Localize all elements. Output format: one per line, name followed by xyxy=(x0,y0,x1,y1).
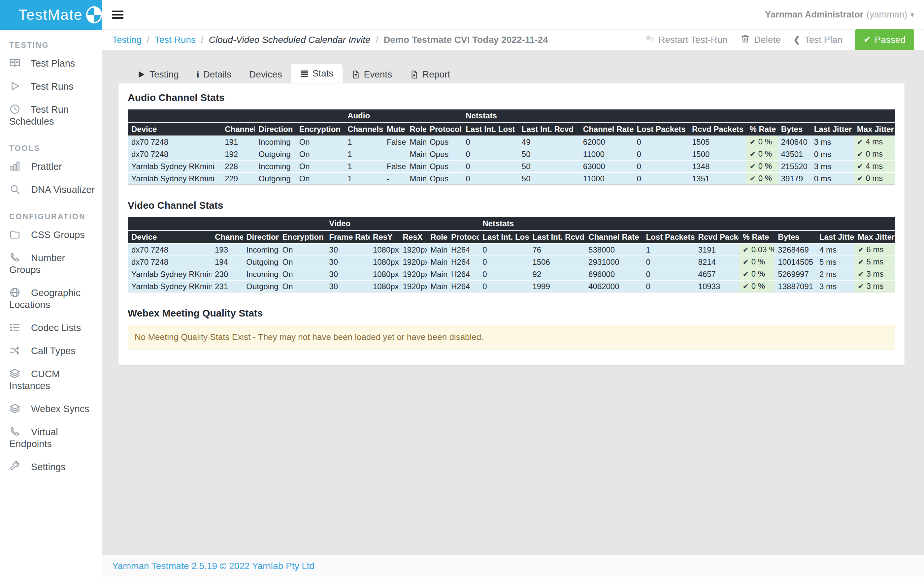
cell-jitter-ok: ✔5 ms xyxy=(855,256,895,268)
table-row: Yarnlab Sydney RKmini 230 Incoming On 30… xyxy=(128,268,895,280)
column-header: ResY xyxy=(370,230,400,244)
cell: 0 xyxy=(633,160,689,172)
cell: 0 xyxy=(643,280,695,292)
sidebar-item-label: CSS Groups xyxy=(31,229,85,240)
sidebar-item-number-groups[interactable]: Number Groups xyxy=(0,246,102,281)
passed-status-badge[interactable]: ✔ Passed xyxy=(855,29,914,51)
column-header: Direction xyxy=(255,122,296,136)
cell: 1500 xyxy=(689,148,746,160)
cell: 62000 xyxy=(580,136,633,148)
cell: H264 xyxy=(448,268,479,280)
sidebar-item-test-runs[interactable]: Test Runs xyxy=(0,75,102,98)
delete-button[interactable]: Delete xyxy=(740,34,781,46)
cell: 1 xyxy=(344,172,383,185)
cell: dx70 7248 xyxy=(128,148,222,160)
cell: 1505 xyxy=(689,136,746,148)
book-icon xyxy=(9,57,22,69)
column-header: Bytes xyxy=(774,230,816,244)
cell: dx70 7248 xyxy=(128,136,222,148)
test-plan-button[interactable]: ❮ Test Plan xyxy=(793,35,843,45)
test-plan-label: Test Plan xyxy=(804,35,843,45)
sidebar-item-label: Test Runs xyxy=(31,81,74,92)
check-icon: ✔ xyxy=(750,150,755,158)
column-header: Rcvd Packets xyxy=(689,122,746,136)
cell: Main xyxy=(427,243,448,256)
sidebar-item-test-run-schedules[interactable]: Test Run Schedules xyxy=(0,98,102,133)
cell: 1999 xyxy=(529,280,585,292)
breadcrumb-test-runs[interactable]: Test Runs xyxy=(155,35,196,45)
cell: 0 xyxy=(633,172,689,185)
sidebar-item-dna-visualizer[interactable]: DNA Visualizer xyxy=(0,178,102,201)
column-header: Frame Rate xyxy=(326,230,370,244)
cell: 1080px xyxy=(370,256,400,268)
cell: On xyxy=(279,256,326,268)
cell: 3 ms xyxy=(811,136,854,148)
sidebar-item-prattler[interactable]: Prattler xyxy=(0,155,102,178)
cell: 2 ms xyxy=(816,268,855,280)
cell: Main xyxy=(427,256,448,268)
tab-events[interactable]: Events xyxy=(342,66,401,83)
cell: 1 xyxy=(643,243,695,256)
cell: On xyxy=(296,160,344,172)
user-menu[interactable]: Yarnman Administrator (yarnman) ▾ xyxy=(765,10,914,20)
sidebar-item-geographic-locations[interactable]: Geographic Locations xyxy=(0,281,102,316)
cell: 39179 xyxy=(778,172,811,185)
cell: Yarnlab Sydney RKmini xyxy=(128,280,212,292)
sidebar-item-css-groups[interactable]: CSS Groups xyxy=(0,223,102,246)
cell: 228 xyxy=(221,160,255,172)
cell: 230 xyxy=(212,268,243,280)
check-icon: ✔ xyxy=(743,258,748,266)
check-icon: ✔ xyxy=(858,246,864,254)
tab-report[interactable]: Report xyxy=(401,66,459,83)
sidebar-item-settings[interactable]: Settings xyxy=(0,455,102,479)
cell-rate-ok: ✔0 % xyxy=(746,172,777,185)
check-icon: ✔ xyxy=(858,282,864,290)
column-header: Last Int. Rcvd xyxy=(519,122,580,136)
cell: 10933 xyxy=(695,280,740,292)
webex-stats-heading: Webex Meeting Quality Stats xyxy=(128,308,895,319)
brand-logo[interactable]: TestMate xyxy=(0,0,102,30)
tab-stats[interactable]: Stats xyxy=(291,64,342,83)
list-bars-icon xyxy=(300,69,309,78)
tab-devices[interactable]: Devices xyxy=(240,66,291,83)
tab-testing[interactable]: Testing xyxy=(128,66,188,83)
cell: 1920px xyxy=(400,280,427,292)
check-icon: ✔ xyxy=(743,270,748,278)
cell: dx70 7248 xyxy=(128,256,212,268)
layers-icon xyxy=(9,403,22,414)
breadcrumb-testing[interactable]: Testing xyxy=(112,35,142,45)
breadcrumb-separator: / xyxy=(376,35,378,45)
cell: 0 xyxy=(633,148,689,160)
sidebar-item-label: Codec Lists xyxy=(31,322,81,333)
cell-rate-ok: ✔0 % xyxy=(739,256,774,268)
sidebar-item-call-types[interactable]: Call Types xyxy=(0,339,102,363)
cell: 0 ms xyxy=(811,148,854,160)
cell: 10014505 xyxy=(774,256,816,268)
sidebar-item-cucm-instances[interactable]: CUCM Instances xyxy=(0,363,102,397)
cell: 3191 xyxy=(695,243,740,256)
sidebar-item-test-plans[interactable]: Test Plans xyxy=(0,52,102,75)
cell: 1920px xyxy=(400,243,427,256)
cell: Opus xyxy=(426,148,462,160)
video-stats-heading: Video Channel Stats xyxy=(128,200,895,211)
column-header: Channel xyxy=(221,122,255,136)
check-icon: ✔ xyxy=(750,162,755,171)
tab-details[interactable]: i Details xyxy=(188,66,240,83)
column-header: Last Int. Lost xyxy=(479,230,529,244)
tab-label: Details xyxy=(203,69,232,80)
cell: 3268469 xyxy=(774,243,816,256)
restart-test-run-button[interactable]: Restart Test-Run xyxy=(645,34,728,46)
table-column-header-row: Device Channel Direction Encryption Fram… xyxy=(128,230,895,244)
cell: 5 ms xyxy=(816,256,855,268)
sidebar-item-webex-syncs[interactable]: Webex Syncs xyxy=(0,397,102,421)
tab-label: Devices xyxy=(249,69,282,80)
group-header-netstats: Netstats xyxy=(479,217,895,230)
cell: 13887091 xyxy=(774,280,816,292)
sidebar-item-label: Prattler xyxy=(31,161,62,172)
cell: False xyxy=(383,160,407,172)
cell: H264 xyxy=(448,256,479,268)
sidebar-item-virtual-endpoints[interactable]: Virtual Endpoints xyxy=(0,421,102,455)
sidebar-item-codec-lists[interactable]: Codec Lists xyxy=(0,316,102,339)
cell-jitter-ok: ✔3 ms xyxy=(855,280,895,292)
hamburger-menu-icon[interactable] xyxy=(112,9,125,21)
